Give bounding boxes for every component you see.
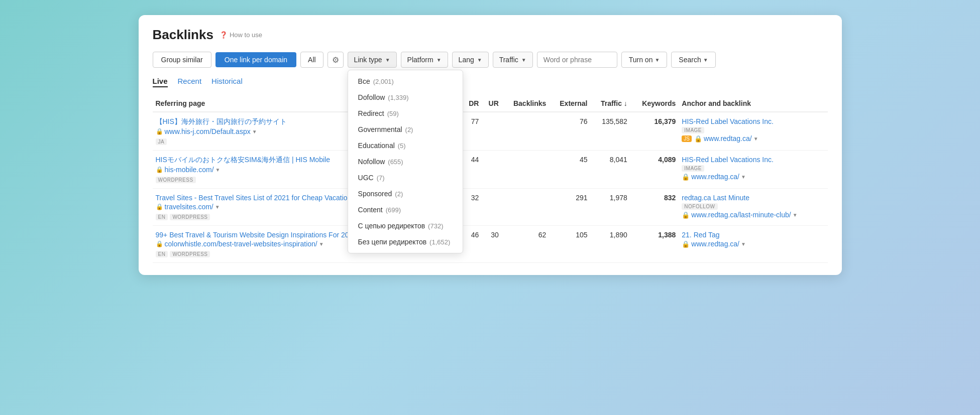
anchor-domain-link[interactable]: www.redtag.ca/: [691, 240, 739, 248]
backlinks-cell: [502, 189, 550, 226]
gear-icon: ⚙: [332, 55, 339, 65]
col-anchor: Anchor and backlink: [679, 95, 827, 112]
lock-icon: 🔒: [156, 203, 163, 210]
anchor-domain-link[interactable]: www.redtag.ca/last-minute-club/: [691, 211, 791, 219]
col-dr: DR: [462, 95, 482, 112]
lang-button[interactable]: Lang ▼: [452, 52, 489, 68]
traffic-cell: 8,041: [591, 151, 630, 189]
tab-live[interactable]: Live: [153, 77, 168, 87]
dropdown-item-all[interactable]: Все (2,001): [348, 73, 463, 89]
dr-cell: 44: [462, 151, 482, 189]
lock-icon: 🔒: [682, 240, 690, 248]
link-type-menu: Все (2,001) Dofollow (1,339) Redirect (5…: [348, 70, 463, 253]
traffic-button[interactable]: Traffic ▼: [493, 52, 533, 68]
table-header-row: Referring page DR UR Backlinks External …: [153, 95, 828, 112]
search-button[interactable]: Search ▼: [671, 52, 715, 68]
backlinks-table: Referring page DR UR Backlinks External …: [153, 95, 828, 263]
lang-tag: EN: [156, 214, 168, 220]
how-to-use-link[interactable]: ❓ How to use: [220, 31, 262, 39]
referring-domain-link[interactable]: colorwhistle.com/best-travel-websites-in…: [165, 240, 317, 248]
toolbar: Group similar One link per domain All ⚙ …: [153, 52, 828, 68]
chevron-down-icon: ▼: [477, 57, 482, 63]
anchor-link[interactable]: 21. Red Tag: [682, 231, 719, 239]
dr-cell: 32: [462, 189, 482, 226]
chevron-down-icon: ▼: [215, 167, 221, 173]
external-cell: 105: [549, 226, 590, 263]
chevron-down-icon: ▼: [703, 57, 708, 63]
dropdown-item-educational[interactable]: Educational (5): [348, 137, 463, 154]
platform-tag: WORDPRESS: [170, 251, 210, 257]
chevron-down-icon: ▼: [521, 57, 526, 63]
col-traffic: Traffic ↓: [591, 95, 630, 112]
col-external: External: [549, 95, 590, 112]
link-type-button[interactable]: Link type ▼: [348, 52, 397, 68]
lock-icon: 🔒: [156, 166, 163, 173]
chevron-down-icon: ▼: [741, 174, 746, 180]
col-backlinks: Backlinks: [502, 95, 550, 112]
external-cell: 45: [549, 151, 590, 189]
col-ur: UR: [482, 95, 501, 112]
dropdown-item-ugc[interactable]: UGC (7): [348, 170, 463, 186]
anchor-cell: 21. Red Tag 🔒 www.redtag.ca/ ▼: [679, 226, 827, 263]
chevron-down-icon: ▼: [385, 57, 390, 63]
gear-button[interactable]: ⚙: [328, 52, 344, 68]
link-type-dropdown[interactable]: Link type ▼ Все (2,001) Dofollow (1,339)…: [348, 52, 397, 68]
platform-button[interactable]: Platform ▼: [401, 52, 448, 68]
traffic-cell: 1,978: [591, 189, 630, 226]
dropdown-item-with-redirect-chain[interactable]: С цепью редиректов (732): [348, 218, 463, 234]
lang-tag: JA: [156, 139, 167, 145]
backlinks-cell: [502, 112, 550, 151]
chevron-down-icon: ▼: [215, 204, 220, 210]
card-header: Backlinks ❓ How to use: [153, 27, 828, 43]
referring-page-link[interactable]: 【HIS】海外旅行・国内旅行の予約サイト: [156, 117, 287, 125]
referring-domain-link[interactable]: his-mobile.com/: [165, 166, 214, 174]
all-button[interactable]: All: [300, 52, 323, 68]
tabs: Live Recent Historical: [153, 77, 828, 87]
referring-domain-link[interactable]: www.his-j.com/Default.aspx: [165, 127, 251, 135]
image-badge: IMAGE: [682, 165, 704, 172]
referring-page-link[interactable]: HISモバイルのおトクな格安SIM&海外通信 | HIS Mobile: [156, 156, 330, 164]
keywords-cell: 832: [630, 189, 679, 226]
image-badge: IMAGE: [682, 127, 704, 133]
question-icon: ❓: [220, 31, 228, 39]
group-similar-button[interactable]: Group similar: [153, 52, 211, 68]
tab-historical[interactable]: Historical: [211, 77, 243, 87]
anchor-domain-link[interactable]: www.redtag.ca/: [704, 134, 752, 143]
anchor-cell: redtag.ca Last Minute NOFOLLOW 🔒 www.red…: [679, 189, 827, 226]
backlinks-cell: [502, 151, 550, 189]
chevron-down-icon: ▼: [655, 57, 660, 63]
dropdown-item-without-redirect-chain[interactable]: Без цепи редиректов (1,652): [348, 234, 463, 250]
anchor-cell: HIS-Red Label Vacations Inc. IMAGE 🔒 www…: [679, 151, 827, 189]
js-badge: JS: [682, 135, 692, 142]
dr-cell: 77: [462, 112, 482, 151]
table-row: 99+ Best Travel & Tourism Website Design…: [153, 226, 828, 263]
anchor-domain-link[interactable]: www.redtag.ca/: [691, 173, 739, 181]
traffic-cell: 135,582: [591, 112, 630, 151]
traffic-cell: 1,890: [591, 226, 630, 263]
word-phrase-input[interactable]: [537, 52, 617, 68]
anchor-link[interactable]: redtag.ca Last Minute: [682, 194, 749, 202]
dropdown-item-sponsored[interactable]: Sponsored (2): [348, 186, 463, 202]
platform-tag: WORDPRESS: [170, 214, 210, 220]
one-link-per-domain-button[interactable]: One link per domain: [215, 52, 296, 67]
dropdown-item-nofollow[interactable]: Nofollow (655): [348, 154, 463, 170]
dropdown-item-governmental[interactable]: Governmental (2): [348, 121, 463, 137]
dropdown-item-content[interactable]: Content (699): [348, 202, 463, 218]
lock-icon: 🔒: [682, 173, 690, 181]
referring-page-link[interactable]: Travel Sites - Best Travel Sites List of…: [156, 194, 357, 202]
keywords-cell: 1,388: [630, 226, 679, 263]
ur-cell: [482, 151, 501, 189]
anchor-link[interactable]: HIS-Red Label Vacations Inc.: [682, 156, 774, 164]
ur-cell: [482, 189, 501, 226]
keywords-cell: 16,379: [630, 112, 679, 151]
dropdown-item-dofollow[interactable]: Dofollow (1,339): [348, 89, 463, 105]
turn-on-button[interactable]: Turn on ▼: [621, 52, 668, 68]
chevron-down-icon: ▼: [319, 241, 324, 247]
referring-domain-link[interactable]: travelsites.com/: [165, 203, 213, 211]
dr-cell: 46: [462, 226, 482, 263]
external-cell: 76: [549, 112, 590, 151]
tab-recent[interactable]: Recent: [178, 77, 202, 87]
col-keywords: Keywords: [630, 95, 679, 112]
anchor-link[interactable]: HIS-Red Label Vacations Inc.: [682, 117, 774, 125]
dropdown-item-redirect[interactable]: Redirect (59): [348, 105, 463, 121]
